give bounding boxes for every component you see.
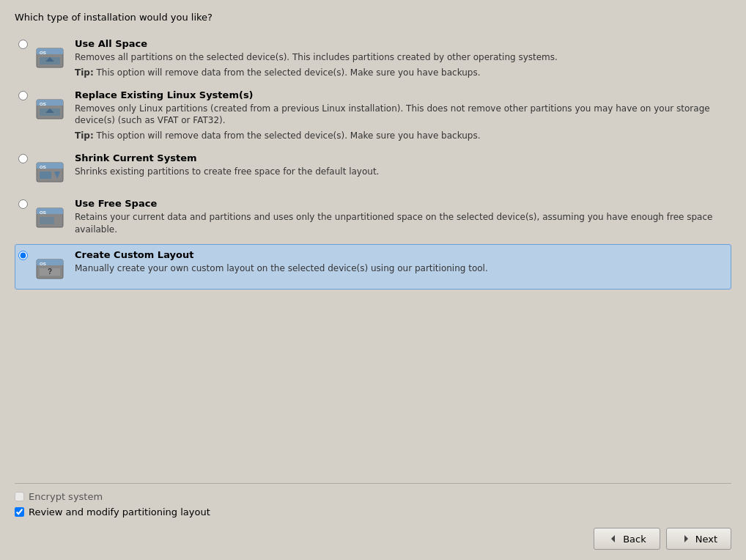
review-partitioning-text: Review and modify partitioning layout xyxy=(29,506,210,517)
main-content: Which type of installation would you lik… xyxy=(0,0,746,477)
radio-col-4[interactable] xyxy=(18,251,28,262)
next-icon xyxy=(680,533,692,545)
checkboxes: Encrypt system Review and modify partiti… xyxy=(15,491,731,517)
page-title: Which type of installation would you lik… xyxy=(15,12,731,23)
radio-replace-linux[interactable] xyxy=(18,91,28,100)
option-tip-1: Tip: This option will remove data from t… xyxy=(75,130,728,142)
svg-rect-15 xyxy=(40,217,54,224)
back-label: Back xyxy=(623,534,646,545)
text-col-3: Use Free Space Retains your current data… xyxy=(75,198,728,239)
svg-text:OS: OS xyxy=(40,51,46,55)
option-title-4: Create Custom Layout xyxy=(75,249,728,260)
radio-col-3[interactable] xyxy=(18,199,28,211)
option-desc-3: Retains your current data and partitions… xyxy=(75,211,728,236)
text-col-0: Use All Space Removes all partitions on … xyxy=(75,38,728,79)
radio-col-0[interactable] xyxy=(18,40,28,51)
option-desc-0: Removes all partitions on the selected d… xyxy=(75,51,728,64)
icon-use-all-space: OS xyxy=(32,38,67,73)
next-label: Next xyxy=(695,534,717,545)
text-col-1: Replace Existing Linux System(s) Removes… xyxy=(75,89,728,142)
divider xyxy=(15,483,731,484)
icon-shrink-current: OS xyxy=(32,152,67,188)
bottom-section: Encrypt system Review and modify partiti… xyxy=(0,477,746,560)
disk-icon-1: OS xyxy=(32,89,67,125)
disk-icon-0: OS xyxy=(32,38,67,73)
options-list: OS Use All Space Removes all partitions … xyxy=(15,33,731,290)
review-partitioning-label[interactable]: Review and modify partitioning layout xyxy=(15,506,731,517)
svg-rect-11 xyxy=(40,172,51,179)
option-replace-linux[interactable]: OS Replace Existing Linux System(s) Remo… xyxy=(15,84,731,147)
text-col-4: Create Custom Layout Manually create you… xyxy=(75,249,728,278)
option-title-1: Replace Existing Linux System(s) xyxy=(75,89,728,100)
disk-icon-3: OS xyxy=(32,198,67,233)
icon-replace-linux: OS xyxy=(32,89,67,125)
radio-col-1[interactable] xyxy=(18,91,28,103)
back-icon xyxy=(607,533,619,545)
svg-text:?: ? xyxy=(48,268,52,276)
svg-text:OS: OS xyxy=(40,262,46,266)
radio-shrink-current[interactable] xyxy=(18,154,28,163)
icon-use-free-space: OS xyxy=(32,198,67,233)
svg-text:OS: OS xyxy=(40,165,46,169)
next-button[interactable]: Next xyxy=(666,528,731,550)
option-desc-2: Shrinks existing partitions to create fr… xyxy=(75,166,728,178)
option-create-custom[interactable]: OS ? Create Custom Layout Manually creat… xyxy=(15,244,731,290)
disk-icon-4: OS ? xyxy=(32,249,67,284)
encrypt-system-label[interactable]: Encrypt system xyxy=(15,491,731,502)
option-title-0: Use All Space xyxy=(75,38,728,49)
svg-marker-21 xyxy=(611,535,615,542)
radio-use-all-space[interactable] xyxy=(18,40,28,49)
option-desc-4: Manually create your own custom layout o… xyxy=(75,262,728,275)
review-partitioning-checkbox[interactable] xyxy=(15,507,24,517)
svg-text:OS: OS xyxy=(40,210,46,215)
svg-marker-22 xyxy=(684,535,688,542)
option-desc-1: Removes only Linux partitions (created f… xyxy=(75,103,728,128)
radio-create-custom[interactable] xyxy=(18,251,28,260)
option-use-all-space[interactable]: OS Use All Space Removes all partitions … xyxy=(15,33,731,84)
svg-text:OS: OS xyxy=(40,102,46,106)
option-title-3: Use Free Space xyxy=(75,198,728,209)
disk-icon-2: OS xyxy=(32,152,67,188)
back-button[interactable]: Back xyxy=(594,528,660,550)
button-row: Back Next xyxy=(15,528,731,550)
option-title-2: Shrink Current System xyxy=(75,152,728,163)
option-shrink-current[interactable]: OS Shrink Current System Shrinks existin… xyxy=(15,147,731,193)
encrypt-system-checkbox[interactable] xyxy=(15,492,24,501)
encrypt-system-text: Encrypt system xyxy=(29,491,103,502)
radio-col-2[interactable] xyxy=(18,154,28,166)
option-use-free-space[interactable]: OS Use Free Space Retains your current d… xyxy=(15,193,731,244)
icon-create-custom: OS ? xyxy=(32,249,67,284)
radio-use-free-space[interactable] xyxy=(18,199,28,209)
text-col-2: Shrink Current System Shrinks existing p… xyxy=(75,152,728,181)
option-tip-0: Tip: This option will remove data from t… xyxy=(75,67,728,79)
